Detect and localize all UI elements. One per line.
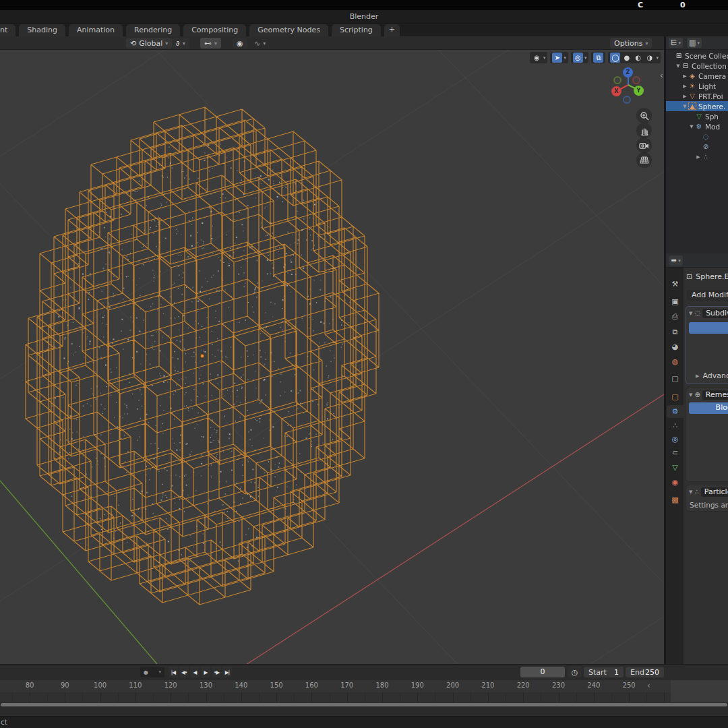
outliner-row-light[interactable]: ▶☀Light xyxy=(666,81,728,91)
viewport-3d[interactable]: ◉▾➤▾◎▾⧉◯●◐◑▾ ‹ ZXY xyxy=(0,50,664,664)
gizmo-axis-x[interactable]: X xyxy=(611,86,621,96)
collapsed-arrow-icon[interactable]: ▶ xyxy=(681,84,688,89)
scene-tab[interactable]: ◕ xyxy=(667,340,684,353)
particles-panel-header[interactable]: ▼ ∴ Particle xyxy=(686,485,728,498)
expanded-arrow-icon[interactable]: ▼ xyxy=(681,104,688,109)
show-object-types-icon[interactable]: ◉ xyxy=(532,53,542,63)
workspace-tab-shading[interactable]: Shading xyxy=(19,24,65,36)
toggle-xray-button[interactable]: ⧉ xyxy=(591,52,605,63)
collapsed-arrow-icon[interactable]: ▶ xyxy=(695,154,702,160)
render-tab[interactable]: ▣ xyxy=(667,295,684,308)
add-modifier-button[interactable]: Add Modifier xyxy=(687,290,728,301)
shading-material-icon[interactable]: ◐ xyxy=(633,53,643,63)
collection-tab[interactable]: ▢ xyxy=(667,372,684,385)
auto-keying-toggle[interactable]: ● ▾ xyxy=(140,667,164,677)
modifier-tab[interactable]: ⚙ xyxy=(667,405,684,418)
collapsed-arrow-icon[interactable]: ▶ xyxy=(681,94,688,99)
proportional-edit-toggle[interactable]: ◉ xyxy=(233,38,247,49)
expanded-arrow-icon[interactable]: ▼ xyxy=(688,124,695,129)
timeline-scrollbar[interactable] xyxy=(1,703,727,706)
snap-target-dropdown[interactable]: ⊷ ▾ xyxy=(200,38,221,49)
workspace-tab-animation[interactable]: Animation xyxy=(69,24,123,36)
camera-view-icon[interactable] xyxy=(636,138,652,153)
constraints-tab[interactable]: ⊂ xyxy=(667,446,684,459)
view-layer-tab[interactable]: ⧉ xyxy=(667,326,684,338)
tool-tab[interactable]: ⚒ xyxy=(667,278,684,291)
overlays-icon[interactable]: ◎ xyxy=(573,53,583,63)
overlays-button[interactable]: ◎▾ xyxy=(571,52,589,63)
workspace-tab-paint[interactable]: Paint xyxy=(0,24,16,36)
outliner-filter-dropdown[interactable]: ▥▾ xyxy=(687,38,702,48)
timeline-tracks[interactable] xyxy=(0,692,728,702)
particles-tab[interactable]: ∴ xyxy=(667,419,684,432)
gizmo-axis-negative[interactable] xyxy=(613,76,621,84)
frame-start-field[interactable]: Start1 xyxy=(584,667,624,677)
falloff-dropdown[interactable]: ∿ ▾ xyxy=(250,38,270,49)
modifier-name-field[interactable]: Remes xyxy=(702,390,728,400)
show-object-types-button[interactable]: ◉▾ xyxy=(530,52,548,63)
gizmos-icon[interactable]: ➤ xyxy=(552,53,562,63)
play-button[interactable]: ▶ xyxy=(201,667,210,677)
frame-end-field[interactable]: End250 xyxy=(626,667,664,677)
workspace-tab-rendering[interactable]: Rendering xyxy=(126,24,180,36)
workspace-tab-scripting[interactable]: Scripting xyxy=(332,24,381,36)
jump-to-end-button[interactable]: ▶| xyxy=(222,667,232,677)
world-tab[interactable]: ◍ xyxy=(667,355,684,368)
expanded-arrow-icon[interactable]: ▼ xyxy=(675,63,681,69)
navigation-gizmo[interactable]: ZXY xyxy=(611,67,645,107)
next-keyframe-button[interactable]: •▶ xyxy=(212,667,221,677)
outliner-row-subsurf[interactable]: ◌ xyxy=(666,131,728,142)
viewport-canvas[interactable] xyxy=(0,50,664,664)
use-preview-range-toggle[interactable]: ◷ xyxy=(568,667,582,677)
subdivision-panel-header[interactable]: ▼ ◌ Subdiv xyxy=(686,307,728,320)
properties-editor-type-dropdown[interactable]: ≡▾ xyxy=(669,255,683,266)
outliner-row-collection[interactable]: ▼⊟Collection xyxy=(666,61,728,71)
subdivision-type-button[interactable] xyxy=(689,322,728,334)
play-reverse-button[interactable]: ◀ xyxy=(190,667,200,677)
prev-keyframe-button[interactable]: ◀• xyxy=(179,667,189,677)
workspace-tab-compositing[interactable]: Compositing xyxy=(183,24,246,36)
modifier-name-field[interactable]: Subdiv xyxy=(702,309,728,318)
outliner-editor-type-dropdown[interactable]: ⋿▾ xyxy=(669,38,683,48)
particles-name-field[interactable]: Particle xyxy=(701,487,728,497)
add-workspace-button[interactable]: + xyxy=(384,24,400,36)
gizmo-axis-negative[interactable] xyxy=(632,76,640,84)
shading-rendered-icon[interactable]: ◑ xyxy=(644,53,655,63)
shading-wireframe-icon[interactable]: ◯ xyxy=(610,53,620,63)
outliner-row-sph[interactable]: ▽Sph xyxy=(666,111,728,121)
toggle-xray-icon[interactable]: ⧉ xyxy=(593,53,603,63)
toggle-ortho-icon[interactable] xyxy=(636,152,652,168)
physics-tab[interactable]: ◎ xyxy=(667,433,684,446)
gizmo-axis-negative[interactable] xyxy=(623,96,631,104)
material-tab[interactable]: ◉ xyxy=(667,476,684,489)
snap-toggle[interactable]: ∂ ▾ xyxy=(172,38,189,49)
advanced-section-toggle[interactable]: ▶ Advanced xyxy=(696,371,728,380)
pan-hand-icon[interactable] xyxy=(636,123,652,138)
remesh-mode-button[interactable]: Bloc xyxy=(689,402,728,414)
gizmo-axis-y[interactable]: Y xyxy=(634,86,644,96)
jump-to-start-button[interactable]: |◀ xyxy=(169,667,178,677)
output-tab[interactable]: ⎙ xyxy=(667,310,684,323)
outliner-row-remesh[interactable]: ⊘ xyxy=(666,142,728,152)
timeline-collapse-arrow-icon[interactable]: ‹ xyxy=(647,681,650,690)
outliner-row-mod[interactable]: ▼⚙Mod xyxy=(666,121,728,131)
outliner-row-camera[interactable]: ▶◈Camera xyxy=(666,71,728,81)
data-tab[interactable]: ▽ xyxy=(667,461,684,474)
timeline-ruler[interactable]: 8090100110120130140150160170180190200210… xyxy=(0,680,728,692)
gizmos-button[interactable]: ➤▾ xyxy=(550,52,568,63)
gizmo-axis-z[interactable]: Z xyxy=(623,67,633,78)
outliner-row-sphere-[interactable]: ▼▲Sphere. xyxy=(666,101,728,111)
zoom-icon[interactable] xyxy=(636,108,652,123)
outliner-row-scene-collectio[interactable]: ⊞Scene Collectio xyxy=(666,51,728,61)
outliner-row-prt-poi[interactable]: ▶▽PRT.Poi xyxy=(666,91,728,101)
current-frame-field[interactable]: 0 xyxy=(520,667,565,677)
panel-collapse-arrow-icon[interactable]: ‹ xyxy=(660,70,663,80)
texture-tab[interactable]: ▩ xyxy=(667,493,684,506)
collapsed-arrow-icon[interactable]: ▶ xyxy=(681,73,688,79)
options-dropdown[interactable]: Options ▾ xyxy=(610,38,652,49)
remesh-panel-header[interactable]: ▼ ⊕ Remes xyxy=(686,388,728,401)
shading-solid-icon[interactable]: ● xyxy=(621,53,632,63)
workspace-tab-geometry-nodes[interactable]: Geometry Nodes xyxy=(249,24,328,36)
object-tab[interactable]: ▢ xyxy=(667,390,684,403)
outliner-row-particles[interactable]: ▶∴ xyxy=(666,152,728,162)
